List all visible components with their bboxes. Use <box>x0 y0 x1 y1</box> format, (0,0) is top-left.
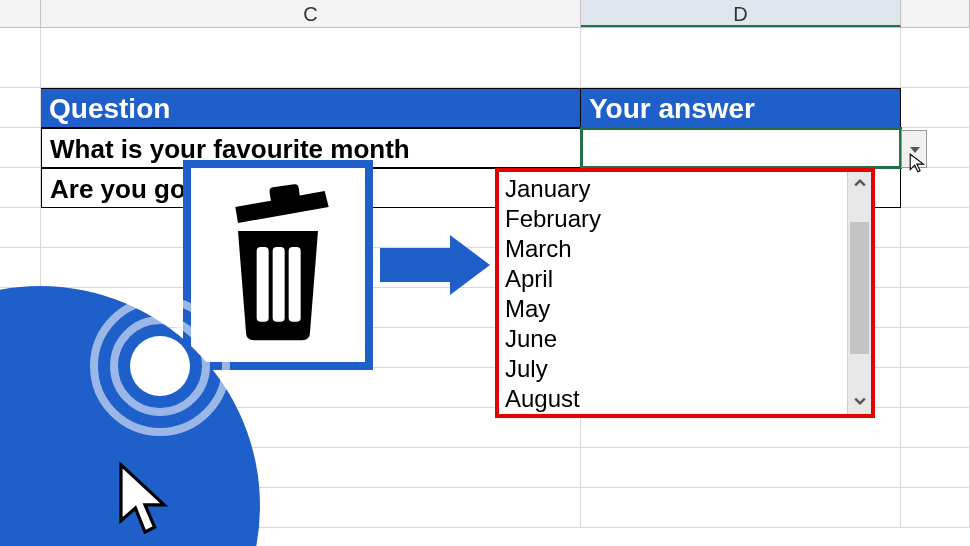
column-header-c[interactable]: C <box>41 0 581 27</box>
answer-cell-selected[interactable] <box>581 128 901 168</box>
dropdown-button[interactable] <box>901 130 927 168</box>
dropdown-item[interactable]: January <box>505 174 841 204</box>
dropdown-item[interactable]: June <box>505 324 841 354</box>
dropdown-items-container: January February March April May June Ju… <box>499 172 847 414</box>
chevron-down-icon[interactable] <box>848 390 871 414</box>
dropdown-item[interactable]: May <box>505 294 841 324</box>
column-header-blank[interactable] <box>0 0 41 27</box>
dropdown-item[interactable]: August <box>505 384 841 414</box>
scrollbar-thumb[interactable] <box>850 222 869 354</box>
dropdown-item[interactable]: March <box>505 234 841 264</box>
svg-rect-2 <box>273 247 285 322</box>
dropdown-item[interactable]: July <box>505 354 841 384</box>
column-headers: C D <box>0 0 970 28</box>
header-question[interactable]: Question <box>41 88 581 128</box>
cursor-icon <box>110 460 180 544</box>
svg-rect-3 <box>289 247 301 322</box>
header-answer[interactable]: Your answer <box>581 88 901 128</box>
dropdown-scrollbar[interactable] <box>847 172 871 414</box>
dropdown-item[interactable]: February <box>505 204 841 234</box>
dropdown-item[interactable]: April <box>505 264 841 294</box>
svg-rect-1 <box>257 247 269 322</box>
table-header-row: Question Your answer <box>0 88 970 128</box>
trash-icon <box>208 183 348 347</box>
chevron-up-icon[interactable] <box>848 172 871 196</box>
column-header-d[interactable]: D <box>581 0 901 27</box>
table-row: What is your favourite month <box>0 128 970 168</box>
dropdown-list: January February March April May June Ju… <box>495 168 875 418</box>
blank-row <box>0 28 970 88</box>
column-header-next[interactable] <box>901 0 970 27</box>
